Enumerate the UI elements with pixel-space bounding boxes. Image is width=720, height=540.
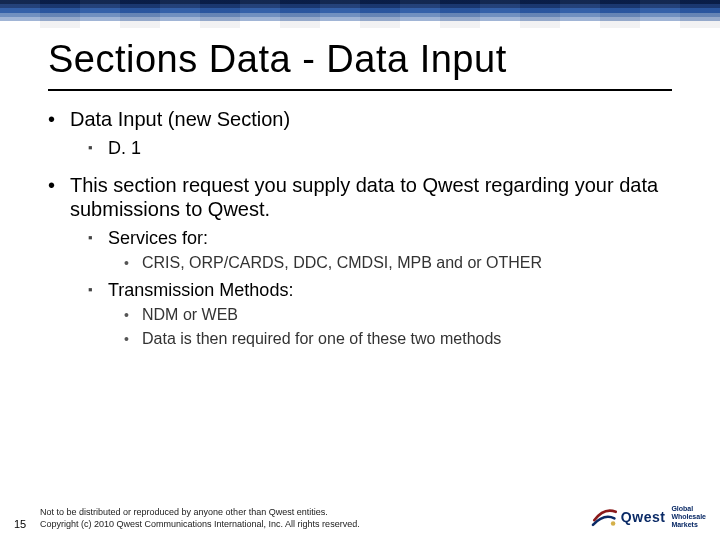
bullet-text: Services for: (108, 227, 208, 249)
legal-text: Not to be distributed or reproduced by a… (40, 506, 360, 530)
list-item: ▪ Services for: • CRIS, ORP/CARDS, DDC, … (88, 227, 672, 273)
list-item: • CRIS, ORP/CARDS, DDC, CMDSI, MPB and o… (124, 253, 672, 273)
tagline-line: Global (671, 505, 706, 513)
list-item: • This section request you supply data t… (48, 173, 672, 349)
tagline-line: Wholesale (671, 513, 706, 521)
list-item: • Data is then required for one of these… (124, 329, 672, 349)
page-number: 15 (14, 518, 40, 530)
list-item: • NDM or WEB (124, 305, 672, 325)
brand-tagline: Global Wholesale Markets (671, 505, 706, 529)
list-item: ▪ Transmission Methods: • NDM or WEB (88, 279, 672, 349)
bullet-text: Data is then required for one of these t… (142, 329, 501, 349)
bullet-text: Transmission Methods: (108, 279, 293, 301)
footer: 15 Not to be distributed or reproduced b… (0, 504, 720, 530)
bullet-icon: ▪ (88, 137, 108, 159)
bullet-text: CRIS, ORP/CARDS, DDC, CMDSI, MPB and or … (142, 253, 542, 273)
bullet-icon: • (48, 173, 70, 221)
header-banner (0, 0, 720, 28)
slide-title: Sections Data - Data Input (48, 38, 672, 81)
bullet-icon: • (48, 107, 70, 131)
bullet-icon: • (124, 305, 142, 325)
bullet-text: NDM or WEB (142, 305, 238, 325)
slide-body: • Data Input (new Section) ▪ D. 1 • This… (0, 91, 720, 349)
svg-point-0 (611, 521, 616, 526)
brand-logo: Qwest Global Wholesale Markets (591, 504, 706, 530)
bullet-icon: ▪ (88, 279, 108, 301)
bullet-text: This section request you supply data to … (70, 173, 672, 221)
bullet-icon: • (124, 329, 142, 349)
legal-line: Not to be distributed or reproduced by a… (40, 506, 360, 518)
qwest-swoosh-icon (591, 504, 617, 530)
brand-name: Qwest (621, 509, 666, 525)
bullet-text: Data Input (new Section) (70, 107, 290, 131)
bullet-icon: ▪ (88, 227, 108, 249)
tagline-line: Markets (671, 521, 706, 529)
bullet-icon: • (124, 253, 142, 273)
list-item: ▪ D. 1 (88, 137, 672, 159)
list-item: • Data Input (new Section) ▪ D. 1 (48, 107, 672, 159)
legal-line: Copyright (c) 2010 Qwest Communications … (40, 518, 360, 530)
bullet-text: D. 1 (108, 137, 141, 159)
